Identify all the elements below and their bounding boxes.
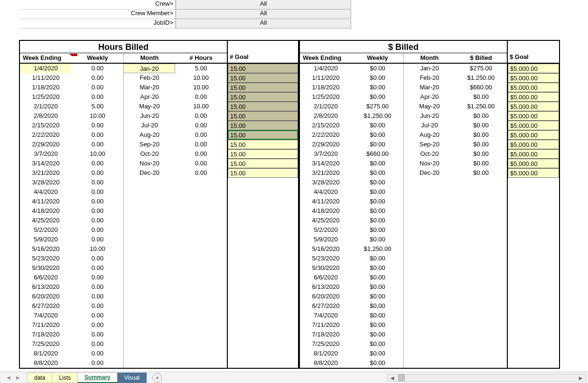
cell-week-ending[interactable]: 5/23/2020 xyxy=(20,254,72,263)
cell-weekly[interactable]: 0.00 xyxy=(72,140,123,149)
cell-value[interactable]: $660.00 xyxy=(455,83,507,92)
cell-week-ending[interactable]: 5/30/2020 xyxy=(20,263,72,273)
goal-cell[interactable]: 15.00 xyxy=(228,111,298,121)
dollar-goal-rows[interactable]: $5,000.00$5,000.00$5,000.00$5,000.00$5,0… xyxy=(508,64,559,178)
table-row[interactable]: 4/11/2020$0.00 xyxy=(300,197,507,206)
cell-month[interactable] xyxy=(123,339,175,349)
table-row[interactable]: 7/25/2020$0.00 xyxy=(300,339,507,349)
cell-value[interactable] xyxy=(175,358,227,368)
horizontal-scrollbar[interactable]: ◄ ► xyxy=(387,374,586,382)
table-row[interactable]: 6/20/20200.00 xyxy=(20,292,227,301)
cell-value[interactable]: $0.00 xyxy=(455,121,507,130)
cell-value[interactable] xyxy=(175,349,227,358)
cell-weekly[interactable]: 10.00 xyxy=(72,111,123,121)
goal-cell[interactable]: 15.00 xyxy=(228,130,298,140)
cell-week-ending[interactable]: 4/18/2020 xyxy=(20,206,72,216)
table-row[interactable]: 1/4/2020$0.00Jan-20$275.00 xyxy=(300,64,507,73)
cell-month[interactable]: Sep-20 xyxy=(123,140,175,149)
cell-weekly[interactable]: $1,250.00 xyxy=(352,244,403,254)
cell-month[interactable]: Feb-20 xyxy=(123,73,175,83)
cell-weekly[interactable]: $0.00 xyxy=(352,301,403,311)
table-row[interactable]: 3/14/20200.00Nov-200.00 xyxy=(20,159,227,168)
cell-weekly[interactable]: 0.00 xyxy=(72,121,123,130)
goal-cell[interactable]: $5,000.00 xyxy=(508,111,559,121)
cell-week-ending[interactable]: 4/4/2020 xyxy=(300,187,352,197)
cell-month[interactable] xyxy=(123,311,175,320)
cell-weekly[interactable]: $0.00 xyxy=(352,349,403,358)
table-row[interactable]: 5/9/2020$0.00 xyxy=(300,235,507,244)
cell-weekly[interactable]: 0.00 xyxy=(72,206,123,216)
cell-week-ending[interactable]: 3/28/2020 xyxy=(20,178,72,187)
cell-week-ending[interactable]: 3/28/2020 xyxy=(300,178,352,187)
cell-weekly[interactable]: 0.00 xyxy=(72,292,123,301)
cell-value[interactable] xyxy=(455,349,507,358)
cell-week-ending[interactable]: 1/25/2020 xyxy=(20,92,72,102)
goal-cell[interactable]: 15.00 xyxy=(228,149,298,159)
cell-month[interactable] xyxy=(403,292,455,301)
cell-value[interactable] xyxy=(175,225,227,235)
cell-weekly[interactable]: $275.00 xyxy=(352,102,403,111)
cell-value[interactable]: $275.00 xyxy=(455,64,507,73)
cell-month[interactable] xyxy=(123,320,175,330)
cell-week-ending[interactable]: 1/4/2020 xyxy=(20,64,72,73)
cell-weekly[interactable]: $0.00 xyxy=(352,292,403,301)
cell-week-ending[interactable]: 2/15/2020 xyxy=(300,121,352,130)
cell-month[interactable] xyxy=(403,235,455,244)
table-row[interactable]: 4/25/20200.00 xyxy=(20,216,227,225)
cell-weekly[interactable]: $660.00 xyxy=(352,149,403,159)
cell-week-ending[interactable]: 7/18/2020 xyxy=(20,330,72,339)
table-row[interactable]: 3/7/202010.00Oct-200.00 xyxy=(20,149,227,159)
cell-value[interactable] xyxy=(455,330,507,339)
scroll-right-icon[interactable]: ► xyxy=(576,374,586,382)
cell-value[interactable] xyxy=(455,206,507,216)
cell-week-ending[interactable]: 7/18/2020 xyxy=(300,330,352,339)
cell-value[interactable] xyxy=(455,292,507,301)
table-row[interactable]: 3/28/20200.00 xyxy=(20,178,227,187)
table-row[interactable]: 7/4/20200.00 xyxy=(20,311,227,320)
cell-month[interactable]: Jun-20 xyxy=(123,111,175,121)
table-row[interactable]: 5/23/2020$0.00 xyxy=(300,254,507,263)
table-row[interactable]: 7/18/2020$0.00 xyxy=(300,330,507,339)
cell-month[interactable] xyxy=(123,349,175,358)
cell-weekly[interactable]: $1,250.00 xyxy=(352,111,403,121)
table-row[interactable]: 8/1/2020$0.00 xyxy=(300,349,507,358)
cell-month[interactable] xyxy=(123,244,175,254)
cell-value[interactable] xyxy=(175,330,227,339)
cell-value[interactable]: 0.00 xyxy=(175,168,227,178)
cell-month[interactable] xyxy=(403,244,455,254)
cell-weekly[interactable]: 0.00 xyxy=(72,130,123,140)
cell-weekly[interactable]: $0.00 xyxy=(352,168,403,178)
cell-month[interactable]: Dec-20 xyxy=(403,168,455,178)
cell-month[interactable] xyxy=(403,320,455,330)
cell-month[interactable] xyxy=(123,235,175,244)
cell-weekly[interactable]: 0.00 xyxy=(72,73,123,83)
cell-value[interactable]: $1,250.00 xyxy=(455,102,507,111)
table-row[interactable]: 4/25/2020$0.00 xyxy=(300,216,507,225)
cell-value[interactable] xyxy=(455,235,507,244)
cell-week-ending[interactable]: 8/8/2020 xyxy=(300,358,352,368)
table-row[interactable]: 5/23/20200.00 xyxy=(20,254,227,263)
goal-cell[interactable]: $5,000.00 xyxy=(508,64,559,73)
cell-month[interactable]: Feb-20 xyxy=(403,73,455,83)
cell-weekly[interactable]: $0.00 xyxy=(352,73,403,83)
cell-month[interactable]: Oct-20 xyxy=(123,149,175,159)
table-row[interactable]: 2/8/2020$1,250.00Jun-20$0.00 xyxy=(300,111,507,121)
cell-value[interactable] xyxy=(175,216,227,225)
goal-cell[interactable]: 15.00 xyxy=(228,102,298,111)
cell-value[interactable] xyxy=(455,311,507,320)
cell-value[interactable]: 0.00 xyxy=(175,159,227,168)
cell-weekly[interactable]: $0.00 xyxy=(352,159,403,168)
cell-value[interactable] xyxy=(175,254,227,263)
scroll-left-icon[interactable]: ◄ xyxy=(387,374,397,382)
cell-month[interactable] xyxy=(123,206,175,216)
cell-weekly[interactable]: 0.00 xyxy=(72,254,123,263)
cell-weekly[interactable]: 0.00 xyxy=(72,83,123,92)
cell-month[interactable] xyxy=(123,263,175,273)
cell-value[interactable] xyxy=(175,178,227,187)
table-row[interactable]: 3/14/2020$0.00Nov-20$0.00 xyxy=(300,159,507,168)
table-row[interactable]: 6/13/2020$0.00 xyxy=(300,282,507,292)
cell-month[interactable]: Aug-20 xyxy=(123,130,175,140)
cell-week-ending[interactable]: 2/1/2020 xyxy=(20,102,72,111)
cell-value[interactable] xyxy=(455,187,507,197)
cell-value[interactable] xyxy=(455,263,507,273)
